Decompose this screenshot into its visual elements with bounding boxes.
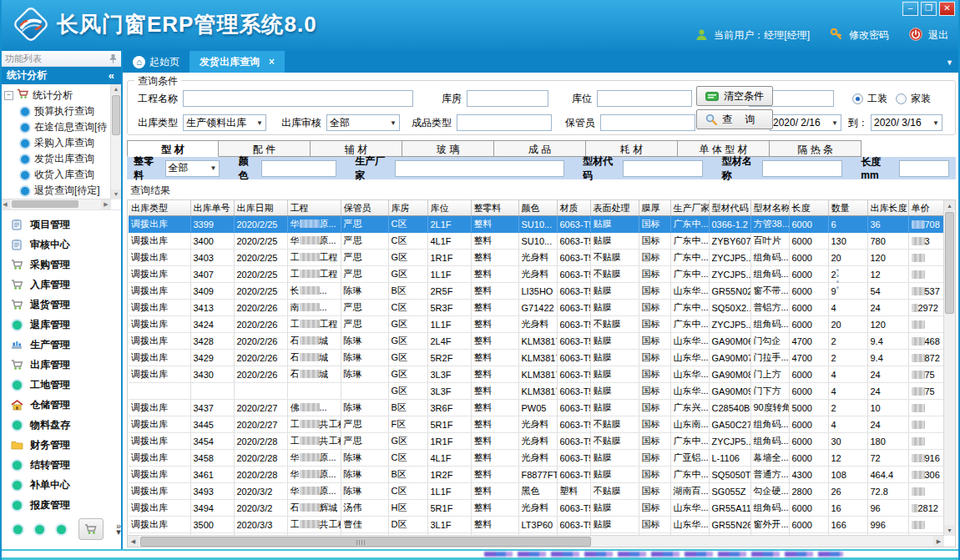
sidebar-item-3[interactable]: 入库管理 <box>0 275 121 295</box>
clear-conditions-button[interactable]: 清空条件 <box>696 86 773 106</box>
collapse-icon[interactable]: « <box>109 67 114 84</box>
column-header[interactable]: 颜色 <box>518 200 557 216</box>
keeper-input[interactable] <box>600 114 695 131</box>
sidebar-section-header[interactable]: 统计分析 « <box>0 67 121 84</box>
scroll-up-icon[interactable]: ▲ <box>944 200 955 211</box>
tab-home[interactable]: ⌂ 起始页 <box>123 51 189 73</box>
splitter-handle[interactable] <box>836 269 839 299</box>
tab-close-icon[interactable]: × <box>269 56 275 68</box>
table-row[interactable]: 调拨出库34292020/2/26石城陈琳G区5R2F整料KLM38176063… <box>129 350 944 366</box>
table-row[interactable]: 调拨出库34942020/3/2石辉城汤伟H区5R1F整料光身料6063-T5贴… <box>129 500 944 517</box>
table-row[interactable]: 调拨出库34282020/2/26石城陈琳G区2L4F整料KLM38176063… <box>129 333 944 350</box>
sidebar-item-7[interactable]: 出库管理 <box>0 355 121 375</box>
color-input[interactable] <box>261 160 336 177</box>
table-row[interactable]: 调拨出库34002020/2/25华原...严思C区4L1F整料SU10...6… <box>129 233 944 250</box>
table-row[interactable]: 调拨出库33992020/2/25华原...严思C区2L1F整料SU10...6… <box>129 216 944 233</box>
chevron-more-icon[interactable]: »▾ <box>116 523 121 535</box>
tree-vertical-scrollbar[interactable]: ▲ ▼ <box>110 84 121 199</box>
sidebar-item-5[interactable]: 退库管理 <box>0 315 121 335</box>
column-header[interactable]: 数量 <box>828 200 867 216</box>
table-horizontal-scrollbar[interactable]: ◀ ▶ <box>128 535 944 547</box>
scroll-up-icon[interactable]: ▲ <box>111 84 121 94</box>
table-row[interactable]: 调拨出库34242020/2/26工工程严思G区1L1F整料光身料6063-T5… <box>129 316 944 333</box>
column-header[interactable]: 库位 <box>427 200 471 216</box>
logout-button[interactable]: 退出 <box>928 28 948 43</box>
tree-item[interactable]: 收货入库查询 <box>4 167 109 183</box>
table-row[interactable]: 调拨出库34032020/2/25工工程严思G区1R1F整料光身料6063-T5… <box>129 250 944 266</box>
table-vertical-scrollbar[interactable]: ▲ ▼ <box>943 200 955 536</box>
table-row[interactable]: 调拨出库34072020/2/25工工程严思G区1L1F整料光身料6063-T5… <box>129 266 944 283</box>
table-row[interactable]: 调拨出库34542020/2/28工共工程严思G区1R1F整料光身料6063-T… <box>129 433 944 450</box>
sidebar-item-8[interactable]: 工地管理 <box>0 375 121 395</box>
table-row[interactable]: 调拨出库34302020/2/26石城陈琳G区3L3F整料KLM38176063… <box>129 366 944 383</box>
column-header[interactable]: 出库单号 <box>190 200 234 216</box>
column-header[interactable]: 出库类型 <box>129 200 190 216</box>
table-row[interactable]: 调拨出库34932020/3/2华原...陈琳C区1L1F整料黑色塑料不贴膜国标… <box>129 483 944 500</box>
sidebar-item-10[interactable]: 物料盘存 <box>0 415 121 435</box>
column-header[interactable]: 库房 <box>388 200 427 216</box>
sidebar-item-4[interactable]: 退货管理 <box>0 295 121 315</box>
tree-item[interactable]: 在途信息查询[待 <box>4 119 109 135</box>
column-header[interactable]: 出库长度 <box>867 200 908 216</box>
maximize-button[interactable]: ❐ <box>921 2 937 16</box>
location-input[interactable] <box>597 90 692 107</box>
sidebar-item-0[interactable]: 项目管理 <box>0 214 121 235</box>
scroll-left-icon[interactable]: ◀ <box>0 199 10 209</box>
name-input[interactable] <box>762 160 842 177</box>
sidebar-item-9[interactable]: 仓储管理 <box>0 395 121 415</box>
scroll-left-icon[interactable]: ◀ <box>128 536 139 547</box>
scroll-thumb[interactable] <box>12 200 78 208</box>
column-header[interactable]: 长度 <box>789 200 828 216</box>
radio-gongzhuang[interactable] <box>852 93 863 104</box>
table-row[interactable]: G区3L3F整料KLM38176063-T5贴膜国标山东华...GA90M09.… <box>129 383 944 400</box>
cart-shortcut-button[interactable] <box>78 518 104 540</box>
scroll-thumb[interactable] <box>112 95 120 135</box>
product-type-input[interactable] <box>457 114 552 131</box>
column-header[interactable]: 出库日期 <box>234 200 287 216</box>
warehouse-input[interactable] <box>467 90 548 107</box>
date-from-select[interactable]: 2020/ 2/16▼ <box>770 114 841 131</box>
table-row[interactable]: 调拨出库35002020/3/3工共工程曹佳D区3L1F整料LT3P606063… <box>129 517 944 533</box>
column-header[interactable]: 保管员 <box>341 200 388 216</box>
column-header[interactable]: 型材名称 <box>750 200 789 216</box>
pin-icon[interactable] <box>109 53 117 63</box>
dot-icon[interactable] <box>57 525 66 534</box>
expander-icon[interactable]: − <box>4 91 13 100</box>
column-header[interactable]: 材质 <box>557 200 590 216</box>
code-input[interactable] <box>623 160 703 177</box>
tree-horizontal-scrollbar[interactable]: ◀ ▶ <box>0 199 111 209</box>
column-header[interactable]: 膜厚 <box>639 200 670 216</box>
table-row[interactable]: 调拨出库34582020/2/28华原...陈琳C区4L1F整料光身料6063-… <box>129 450 944 467</box>
tree-item[interactable]: 退货查询[待定] <box>4 183 109 199</box>
column-header[interactable]: 整零料 <box>471 200 518 216</box>
audit-select[interactable]: 全部▼ <box>326 114 400 131</box>
dot-icon[interactable] <box>35 525 44 534</box>
table-row[interactable]: 调拨出库34372020/2/27佛...陈琳B区3R6F整料PW056063-… <box>129 400 944 416</box>
sidebar-item-14[interactable]: 报废管理 <box>0 495 121 515</box>
column-header[interactable]: 型材代码 <box>709 200 750 216</box>
scroll-down-icon[interactable]: ▼ <box>944 525 955 536</box>
table-row[interactable]: 调拨出库34612020/2/28华原...陈琳B区1R2F整料F8877FT6… <box>129 467 944 483</box>
material-tab-3[interactable]: 玻 璃 <box>402 140 494 157</box>
scroll-thumb[interactable] <box>945 212 954 314</box>
scroll-thumb[interactable] <box>140 537 591 547</box>
out-type-select[interactable]: 生产领料出库▼ <box>183 114 266 131</box>
tree-item[interactable]: 预算执行查询 <box>4 103 109 119</box>
table-row[interactable]: 调拨出库34452020/2/27工共工程严思F区5R1F整料光身料6063-T… <box>129 416 944 433</box>
sidebar-item-1[interactable]: 审核中心 <box>0 235 121 255</box>
maker-input[interactable] <box>395 160 563 177</box>
tab-overflow-icon[interactable]: ▼ <box>946 58 953 67</box>
tree-item[interactable]: 发货出库查询 <box>4 151 109 167</box>
material-tab-1[interactable]: 配 件 <box>219 140 311 157</box>
scroll-down-icon[interactable]: ▼ <box>111 189 121 199</box>
column-header[interactable]: 表面处理 <box>590 200 639 216</box>
sidebar-item-13[interactable]: 补单中心 <box>0 475 121 495</box>
sidebar-item-2[interactable]: 采购管理 <box>0 255 121 275</box>
column-header[interactable]: 单价 <box>908 200 944 216</box>
length-input[interactable] <box>899 160 949 177</box>
project-name-input[interactable] <box>183 90 413 107</box>
dot-icon[interactable] <box>13 525 23 534</box>
tab-shipment-outbound-query[interactable]: 发货出库查询 × <box>189 51 285 73</box>
sidebar-item-6[interactable]: 生产管理 <box>0 335 121 355</box>
whole-select[interactable]: 全部▼ <box>165 160 220 177</box>
